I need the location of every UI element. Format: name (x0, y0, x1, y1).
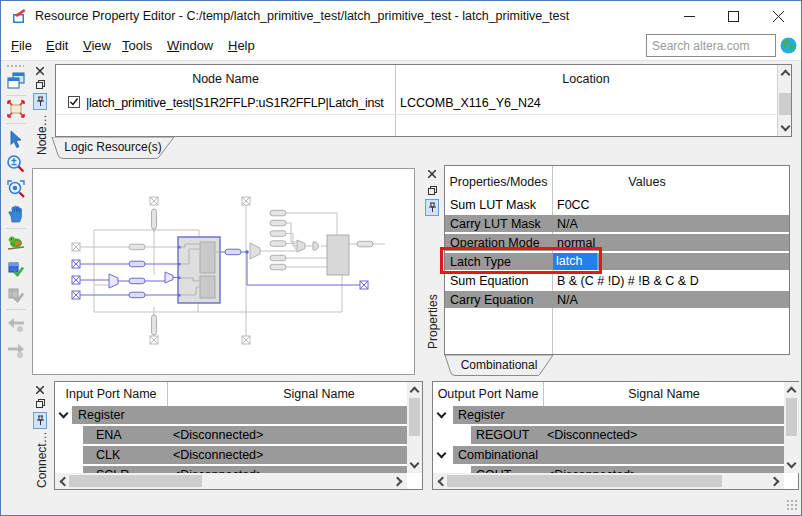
float-icon[interactable] (426, 184, 438, 196)
table-row-group[interactable]: Register (433, 406, 784, 424)
input-ports-table: Input Port Name Signal Name Register ENA… (54, 381, 423, 490)
zoom-tool-icon[interactable] (6, 154, 26, 174)
table-row[interactable]: Carry LUT Mask N/A (445, 215, 789, 232)
input-pins (72, 243, 80, 299)
left-toolbar (2, 61, 30, 491)
port-cell: Combinational (458, 448, 538, 462)
node-table: Node Name Location |latch_primitive_test… (55, 64, 792, 137)
menu-view[interactable]: View (83, 38, 111, 53)
table-row[interactable]: Sum LUT Mask F0CC (445, 196, 789, 213)
horizontal-scrollbar[interactable] (55, 473, 407, 489)
column-divider[interactable] (543, 382, 544, 406)
prop-cell: Carry Equation (450, 293, 533, 307)
port-cell: ENA (96, 428, 122, 442)
scroll-right-arrow[interactable] (393, 473, 405, 489)
menu-help[interactable]: Help (228, 38, 255, 53)
pin-icon[interactable] (33, 412, 47, 429)
birds-eye-view-icon[interactable] (6, 233, 26, 253)
column-header-properties[interactable]: Properties/Modes (445, 175, 552, 189)
prop-cell: Carry LUT Mask (450, 217, 541, 231)
value-cell: N/A (557, 293, 578, 307)
fit-in-window-icon[interactable] (6, 99, 26, 119)
table-row[interactable]: COUT <Disconnected> (433, 466, 784, 473)
schematic-panel[interactable] (32, 168, 415, 375)
vertical-scrollbar[interactable] (784, 382, 799, 473)
toolbar-separator (6, 228, 26, 229)
mux-out (250, 243, 260, 259)
column-header-input-port[interactable]: Input Port Name (55, 387, 167, 401)
table-row[interactable]: |latch_primitive_test|S1R2FFLP:uS1R2FFLP… (56, 91, 776, 115)
table-row[interactable]: Sum Equation B & (C # !D) # !B & C & D (445, 272, 789, 289)
scroll-left-arrow[interactable] (435, 473, 447, 489)
scrollbar-thumb[interactable] (786, 398, 797, 436)
column-header-node-name[interactable]: Node Name (56, 72, 395, 86)
port-cell: Register (458, 408, 505, 422)
scroll-down-arrow[interactable] (778, 122, 792, 134)
close-icon[interactable] (34, 384, 46, 396)
scrollbar-thumb[interactable] (69, 475, 202, 487)
table-row[interactable]: Carry Equation N/A (445, 291, 789, 308)
close-icon[interactable] (426, 168, 438, 180)
close-button[interactable] (763, 1, 793, 31)
scroll-up-arrow[interactable] (407, 384, 422, 396)
globe-icon[interactable] (780, 37, 797, 54)
prop-cell: Sum LUT Mask (450, 198, 536, 212)
schematic-canvas[interactable] (33, 169, 414, 374)
scrollbar-thumb[interactable] (409, 398, 420, 436)
resize-grip[interactable] (786, 499, 798, 511)
table-row[interactable]: ENA <Disconnected> (55, 426, 407, 444)
table-row[interactable]: REGOUT <Disconnected> (433, 426, 784, 444)
minimize-button[interactable] (674, 1, 704, 31)
float-icon[interactable] (34, 397, 46, 409)
menu-tools[interactable]: Tools (122, 38, 152, 53)
toolbar-separator (6, 123, 26, 124)
horizontal-scrollbar[interactable] (433, 473, 784, 489)
scroll-up-arrow[interactable] (784, 384, 799, 396)
maximize-button[interactable] (718, 1, 748, 31)
cascade-windows-icon[interactable] (6, 71, 26, 91)
scroll-right-arrow[interactable] (770, 473, 782, 489)
app-icon (11, 8, 28, 25)
scrollbar-thumb[interactable] (447, 475, 722, 487)
menu-edit[interactable]: Edit (46, 38, 68, 53)
check-resource-icon[interactable] (6, 259, 26, 279)
scroll-down-arrow[interactable] (407, 459, 422, 471)
title-bar: Resource Property Editor - C:/temp/latch… (1, 1, 801, 31)
scroll-left-arrow[interactable] (57, 473, 69, 489)
column-header-signal[interactable]: Signal Name (543, 387, 785, 401)
table-row[interactable]: CLK <Disconnected> (55, 446, 407, 464)
output-pin (360, 281, 368, 289)
table-row[interactable]: SCLR <Disconnected> (55, 466, 407, 473)
node-dock-label: Node… (35, 114, 49, 155)
tab-combinational[interactable]: Combinational (444, 355, 554, 376)
toolbar-grip[interactable] (6, 64, 24, 68)
zoom-selection-icon[interactable] (6, 179, 26, 199)
table-row-group[interactable]: Register (55, 406, 407, 424)
scrollbar-thumb[interactable] (779, 93, 791, 115)
scroll-down-arrow[interactable] (784, 459, 799, 471)
gate (313, 242, 318, 250)
column-header-output-port[interactable]: Output Port Name (433, 387, 543, 401)
node-table-scrollbar[interactable] (777, 65, 791, 136)
hand-tool-icon[interactable] (6, 204, 26, 224)
vertical-scrollbar[interactable] (407, 382, 422, 473)
pin-icon[interactable] (33, 93, 47, 110)
float-icon[interactable] (34, 78, 46, 90)
scroll-up-arrow[interactable] (778, 67, 792, 79)
node-checkbox[interactable] (68, 96, 80, 108)
column-divider[interactable] (167, 382, 168, 406)
annotation-red-box (440, 247, 602, 274)
back-disabled-icon (6, 314, 26, 334)
close-icon[interactable] (34, 65, 46, 77)
column-header-location[interactable]: Location (395, 72, 777, 86)
table-row-group[interactable]: Combinational (433, 446, 784, 464)
menu-window[interactable]: Window (167, 38, 213, 53)
value-cell: B & (C # !D) # !B & C & D (557, 274, 699, 288)
menu-file[interactable]: File (11, 38, 32, 53)
pin-icon[interactable] (425, 199, 439, 216)
selection-tool-icon[interactable] (6, 129, 26, 149)
search-input[interactable] (646, 34, 776, 57)
column-header-values[interactable]: Values (552, 175, 742, 189)
tab-logic-resources[interactable]: Logic Resource(s) (51, 137, 175, 159)
toolbar-separator (6, 95, 26, 96)
